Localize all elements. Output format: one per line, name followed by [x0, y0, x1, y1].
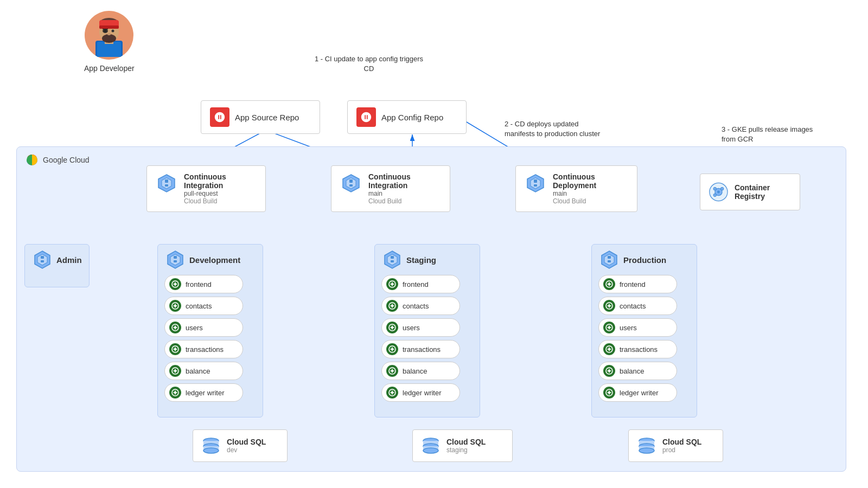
cloud-sql-prod-sub: prod [662, 446, 701, 454]
service-pill-frontend: frontend [381, 275, 460, 293]
svg-point-113 [608, 391, 610, 394]
svg-point-41 [713, 188, 716, 190]
svg-rect-13 [97, 42, 121, 57]
svg-rect-36 [534, 179, 537, 183]
svg-rect-24 [99, 25, 119, 29]
developer-label: App Developer [84, 64, 135, 73]
ci-main-provider: Cloud Build [368, 197, 441, 205]
svg-point-107 [608, 348, 610, 350]
gcloud-label: Google Cloud [43, 156, 90, 164]
service-icon [169, 365, 181, 377]
source-repo-icon [210, 107, 229, 127]
service-pill-contacts: contacts [598, 297, 677, 315]
service-icon [386, 365, 398, 377]
svg-point-88 [391, 370, 393, 372]
service-pill-ledger-writer: ledger writer [164, 383, 243, 402]
svg-point-22 [107, 33, 111, 35]
svg-rect-94 [608, 256, 611, 259]
cloud-sql-prod: Cloud SQL prod [628, 429, 723, 462]
svg-rect-50 [174, 256, 177, 259]
cd-main-sub: main [553, 190, 628, 197]
cloud-sql-dev-title: Cloud SQL [227, 438, 266, 446]
production-cluster: Production frontend contacts users trans… [591, 244, 697, 418]
service-icon [386, 300, 398, 312]
service-icon [603, 387, 615, 399]
svg-point-128 [639, 448, 654, 453]
service-icon [603, 343, 615, 355]
svg-point-101 [608, 305, 610, 307]
production-service-list: frontend contacts users transactions bal… [592, 273, 697, 407]
svg-rect-28 [165, 179, 168, 183]
svg-point-42 [721, 188, 724, 190]
ci-pr-sub: pull-request [184, 190, 257, 197]
service-pill-ledger-writer: ledger writer [598, 383, 677, 402]
service-pill-frontend: frontend [164, 275, 243, 293]
service-icon [386, 322, 398, 333]
development-service-list: frontend contacts users transactions bal… [158, 273, 263, 407]
cloud-sql-prod-title: Cloud SQL [662, 438, 701, 446]
app-source-repo-label: App Source Repo [235, 113, 299, 122]
annotation-cd-deploys: 2 - CD deploys updated manifests to prod… [505, 119, 610, 139]
svg-point-69 [174, 391, 176, 394]
svg-point-60 [174, 326, 176, 329]
config-repo-icon [356, 107, 376, 127]
svg-rect-29 [165, 184, 168, 187]
service-pill-users: users [164, 318, 243, 337]
service-icon [169, 343, 181, 355]
ci-main-box: Continuous Integration main Cloud Build [331, 165, 450, 212]
gcloud-logo: Google Cloud [25, 153, 90, 166]
svg-rect-32 [349, 179, 353, 183]
ci-pr-title: Continuous Integration [184, 172, 257, 190]
diagram-container: App Developer 1 - CI update to app confi… [0, 0, 868, 488]
svg-point-85 [391, 348, 393, 350]
container-registry-box: Container Registry [700, 174, 800, 210]
annotation-ci-cd: 1 - CI update to app config triggers CD [309, 54, 429, 74]
staging-cluster: Staging frontend contacts users transact… [374, 244, 480, 418]
svg-point-79 [391, 305, 393, 307]
svg-point-63 [174, 348, 176, 350]
service-pill-balance: balance [164, 362, 243, 380]
cd-main-title: Continuous Deployment [553, 172, 628, 190]
service-pill-contacts: contacts [381, 297, 460, 315]
service-pill-frontend: frontend [598, 275, 677, 293]
admin-cluster-title: Admin [56, 255, 82, 265]
service-pill-transactions: transactions [598, 340, 677, 358]
service-icon [169, 322, 181, 333]
cloud-sql-staging-title: Cloud SQL [446, 438, 486, 446]
cloud-sql-staging-sub: staging [446, 446, 486, 454]
svg-point-91 [391, 391, 393, 394]
service-icon [169, 387, 181, 399]
development-cluster: Development frontend contacts users tran… [157, 244, 263, 418]
svg-point-43 [713, 194, 716, 196]
service-icon [386, 387, 398, 399]
production-cluster-title: Production [623, 255, 666, 265]
cd-main-provider: Cloud Build [553, 197, 628, 205]
svg-rect-51 [174, 260, 177, 262]
service-pill-balance: balance [598, 362, 677, 380]
service-pill-contacts: contacts [164, 297, 243, 315]
service-icon [603, 278, 615, 290]
ci-pull-request-box: Continuous Integration pull-request Clou… [146, 165, 266, 212]
svg-point-57 [174, 305, 176, 307]
svg-point-40 [717, 191, 720, 194]
svg-point-118 [203, 448, 219, 453]
ci-pr-provider: Cloud Build [184, 197, 257, 205]
svg-rect-46 [41, 256, 44, 259]
svg-point-82 [391, 326, 393, 329]
cd-main-box: Continuous Deployment main Cloud Build [515, 165, 637, 212]
service-pill-balance: balance [381, 362, 460, 380]
development-cluster-title: Development [189, 255, 240, 265]
cloud-sql-staging: Cloud SQL staging [412, 429, 513, 462]
svg-rect-37 [534, 184, 537, 187]
registry-label: Container Registry [735, 183, 791, 201]
svg-point-54 [174, 283, 176, 285]
app-config-repo-label: App Config Repo [381, 113, 443, 122]
ci-main-title: Continuous Integration [368, 172, 441, 190]
svg-point-104 [608, 326, 610, 329]
service-pill-transactions: transactions [164, 340, 243, 358]
cloud-sql-dev-sub: dev [227, 446, 266, 454]
service-icon [603, 300, 615, 312]
app-source-repo: App Source Repo [201, 100, 320, 134]
svg-point-98 [608, 283, 610, 285]
ci-main-sub: main [368, 190, 441, 197]
